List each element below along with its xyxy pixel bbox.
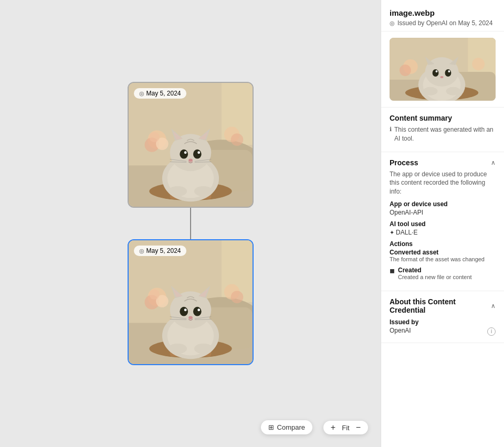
right-panel: image.webp ◎ Issued by OpenAI on May 5, …	[381, 0, 504, 447]
about-section: About this Content Credential ∧ Issued b…	[381, 291, 504, 343]
svg-point-60	[168, 344, 186, 354]
svg-point-10	[149, 132, 160, 142]
svg-point-52	[193, 307, 201, 316]
svg-point-22	[184, 151, 186, 154]
svg-point-41	[149, 289, 160, 300]
svg-point-79	[440, 76, 444, 78]
created-action-desc: Created a new file or content	[398, 274, 472, 280]
dall-e-icon: ✦	[390, 229, 396, 236]
zoom-in-button[interactable]: +	[330, 423, 337, 432]
bottom-date-label: May 5, 2024	[146, 247, 181, 254]
converted-action-name: Converted asset	[390, 249, 496, 256]
canvas-area: ◎ May 5, 2024	[59, 40, 322, 407]
issued-by-row: OpenAI i	[390, 327, 496, 336]
issued-by-value: OpenAI	[390, 327, 411, 334]
svg-point-30	[194, 186, 212, 197]
app-label: App or device used	[390, 200, 496, 208]
issued-by-subtitle: Issued by OpenAI on May 5, 2024	[397, 19, 492, 27]
info-icon: ℹ	[390, 126, 392, 133]
svg-point-78	[448, 70, 450, 72]
svg-point-75	[433, 69, 439, 77]
svg-point-76	[445, 69, 451, 77]
process-section: Process ∧ The app or device used to prod…	[381, 152, 504, 291]
top-date-badge: ◎ May 5, 2024	[134, 88, 186, 99]
thumbnail-container	[381, 31, 504, 108]
about-title: About this Content Credential	[390, 297, 491, 314]
svg-point-21	[193, 150, 201, 159]
top-image-card[interactable]: ◎ May 5, 2024	[128, 82, 254, 208]
process-header: Process ∧	[390, 158, 496, 167]
svg-point-77	[436, 70, 438, 72]
bottom-cat-image	[129, 240, 253, 364]
svg-point-29	[168, 186, 186, 197]
svg-point-12	[230, 133, 243, 146]
svg-point-55	[188, 316, 193, 320]
svg-point-20	[180, 150, 188, 159]
issued-by-info-button[interactable]: i	[487, 327, 496, 336]
svg-point-68	[400, 65, 411, 76]
actions-label: Actions	[390, 240, 496, 248]
created-action-row: ◼ Created Created a new file or content	[390, 267, 496, 280]
zoom-controls: + Fit −	[323, 421, 368, 434]
process-chevron[interactable]: ∧	[491, 159, 496, 166]
c2pa-header-icon: ◎	[390, 20, 395, 27]
panel-header: image.webp ◎ Issued by OpenAI on May 5, …	[381, 0, 504, 31]
svg-point-51	[180, 307, 188, 316]
ai-tool-label: AI tool used	[390, 220, 496, 228]
content-summary-text: This content was generated with an AI to…	[394, 125, 496, 143]
svg-point-69	[472, 58, 485, 70]
panel-title: image.webp	[390, 8, 496, 17]
converted-action-desc: The format of the asset was changed	[390, 256, 496, 262]
created-action-content: Created Created a new file or content	[398, 267, 472, 280]
svg-point-23	[197, 151, 200, 154]
issued-by-label: Issued by	[390, 318, 496, 326]
svg-point-61	[194, 344, 212, 354]
bottom-date-badge: ◎ May 5, 2024	[134, 246, 186, 256]
svg-point-80	[423, 87, 438, 95]
action-converted: Converted asset The format of the asset …	[390, 249, 496, 262]
compare-label: Compare	[277, 423, 305, 431]
action-created: ◼ Created Created a new file or content	[390, 267, 496, 280]
zoom-out-button[interactable]: −	[355, 423, 362, 432]
about-chevron[interactable]: ∧	[491, 302, 496, 310]
ai-tool-value-text: DALL·E	[396, 229, 417, 236]
content-summary-header: Content summary	[390, 114, 496, 122]
svg-point-53	[184, 308, 186, 311]
created-action-icon: ◼	[390, 267, 395, 274]
created-action-name: Created	[398, 267, 472, 274]
about-header: About this Content Credential ∧	[390, 297, 496, 314]
top-date-label: May 5, 2024	[146, 90, 181, 97]
svg-point-43	[230, 291, 243, 303]
top-c2pa-icon: ◎	[139, 90, 144, 97]
process-title: Process	[390, 158, 418, 167]
left-panel: ◎ May 5, 2024	[0, 0, 381, 447]
fit-label: Fit	[342, 424, 349, 432]
svg-point-54	[197, 308, 200, 311]
content-summary-section: Content summary ℹ This content was gener…	[381, 108, 504, 152]
bottom-c2pa-icon: ◎	[139, 248, 144, 254]
compare-button[interactable]: ⊞ Compare	[261, 420, 312, 434]
content-summary-title: Content summary	[390, 114, 452, 122]
panel-subtitle: ◎ Issued by OpenAI on May 5, 2024	[390, 19, 496, 27]
svg-point-81	[446, 87, 460, 95]
thumbnail	[390, 38, 496, 101]
ai-tool-value: ✦ DALL·E	[390, 229, 496, 236]
app-value: OpenAI-API	[390, 209, 496, 216]
bottom-image-card[interactable]: ◎ May 5, 2024	[128, 239, 254, 365]
svg-point-24	[188, 159, 193, 162]
connector-line	[190, 208, 191, 239]
process-description: The app or device used to produce this c…	[390, 170, 496, 196]
content-summary-info-row: ℹ This content was generated with an AI …	[390, 125, 496, 143]
compare-icon: ⊞	[268, 423, 274, 431]
top-cat-image	[129, 83, 253, 207]
